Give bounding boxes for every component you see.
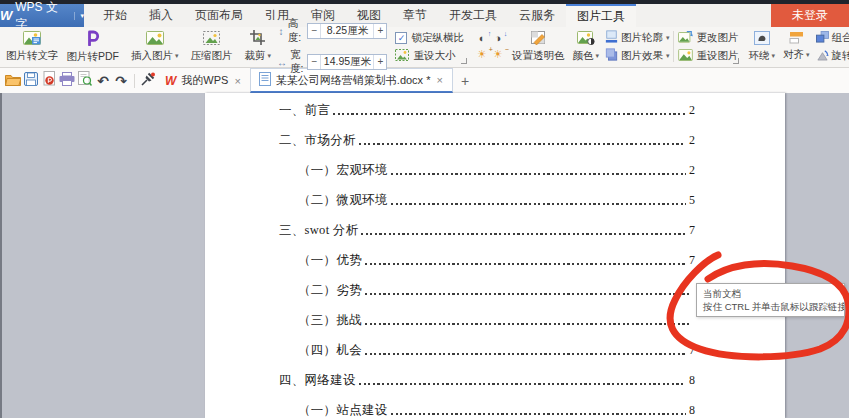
print-preview-button[interactable]: [76, 72, 94, 90]
dotted-leader: [391, 173, 686, 175]
reset-size-label: 重设大小: [413, 49, 455, 63]
export-pdf-button[interactable]: [40, 72, 58, 90]
toc-entry[interactable]: （四）机会7: [279, 335, 695, 365]
lock-aspect-checkbox[interactable]: ✓: [395, 32, 407, 44]
document-area: 一、前言2 二、市场分析2 （一）宏观环境2 （二）微观环境5 三、swot 分…: [0, 93, 849, 418]
tab-insert[interactable]: 插入: [138, 4, 184, 27]
brightness-up-icon[interactable]: ☀+: [477, 49, 487, 60]
chevron-down-icon: ▾: [175, 52, 179, 60]
lock-aspect-label: 锁定纵横比: [411, 31, 464, 45]
print-button[interactable]: [58, 72, 76, 90]
pic-to-text-button[interactable]: 图片转文字: [2, 29, 63, 64]
tab-picture-tools[interactable]: 图片工具: [566, 4, 636, 27]
width-decrement-button[interactable]: −: [308, 55, 321, 69]
dotted-leader: [359, 383, 686, 385]
contrast-down-icon[interactable]: ◑↓: [495, 33, 502, 44]
save-button[interactable]: [22, 72, 40, 90]
picture-effects-button[interactable]: 图片效果 ▾: [603, 48, 672, 64]
tab-page-layout[interactable]: 页面布局: [184, 4, 254, 27]
chevron-down-icon: ▾: [771, 52, 775, 60]
group-label: 组合: [832, 31, 849, 45]
tab-my-wps-label: 我的WPS: [181, 73, 228, 88]
folder-icon: [5, 72, 21, 90]
rotate-label: 旋转: [832, 49, 849, 63]
tooltip-line2: 按住 CTRL 并单击鼠标以跟踪链接: [703, 300, 838, 313]
rotate-button[interactable]: 旋转 ▾: [814, 48, 849, 64]
new-tab-button[interactable]: +: [453, 73, 477, 89]
wps-logo-icon: W: [0, 8, 11, 23]
arrange-group: 环绕▾ 对齐▾ 组合 ▾ 旋转 ▾ 选择窗格: [744, 29, 849, 64]
height-increment-button[interactable]: +: [373, 24, 386, 38]
wrap-text-button[interactable]: 环绕▾: [744, 29, 779, 64]
height-decrement-button[interactable]: −: [308, 24, 321, 38]
toc-entry[interactable]: 三、swot 分析7: [279, 215, 695, 245]
toc-entry[interactable]: （三）挑战: [279, 305, 695, 335]
close-icon[interactable]: ×: [233, 75, 241, 87]
reset-picture-button[interactable]: 重设图片: [676, 48, 740, 64]
reset-size-icon: [395, 49, 409, 63]
insert-picture-icon: [146, 31, 164, 47]
undo-icon: ↶: [97, 74, 109, 88]
customize-toolbar-button[interactable]: [139, 72, 157, 90]
chevron-down-icon: ▾: [595, 52, 599, 60]
width-value[interactable]: 14.95厘米: [321, 55, 373, 69]
open-file-button[interactable]: [4, 72, 22, 90]
toc-entry[interactable]: 一、前言2: [279, 95, 695, 125]
pin-icon: [141, 72, 155, 90]
pdf-icon: [43, 71, 56, 90]
width-stepper: − 14.95厘米 +: [307, 54, 387, 70]
login-button[interactable]: 未登录: [771, 4, 849, 27]
picture-effects-label: 图片效果: [621, 49, 663, 63]
width-increment-button[interactable]: +: [373, 55, 386, 69]
align-button[interactable]: 对齐▾: [779, 29, 814, 64]
lock-aspect-ratio-option[interactable]: ✓ 锁定纵横比: [395, 31, 464, 45]
undo-button[interactable]: ↶: [94, 72, 112, 90]
pic-to-pdf-button[interactable]: 图片转PDF: [63, 29, 124, 64]
tab-cloud[interactable]: 云服务: [508, 4, 566, 27]
close-icon[interactable]: ×: [435, 74, 443, 86]
dotted-leader: [333, 113, 686, 115]
toc-entry[interactable]: （一）宏观环境2: [279, 155, 695, 185]
pic-to-pdf-label: 图片转PDF: [67, 50, 120, 64]
dialog-launcher-icon[interactable]: [733, 58, 739, 64]
menu-bar: W WPS 文字 ▾ 开始 插入 页面布局 引用 审阅 视图 章节 开发工具 云…: [0, 4, 849, 27]
toc-entry[interactable]: （一）优势7: [279, 245, 695, 275]
chevron-down-icon: ▾: [806, 51, 810, 59]
chevron-down-icon[interactable]: ▾: [74, 12, 84, 20]
change-picture-button[interactable]: 更改图片: [676, 30, 740, 46]
width-icon: ↔: [277, 57, 287, 68]
tab-dev-tools[interactable]: 开发工具: [438, 4, 508, 27]
dotted-leader: [359, 143, 686, 145]
dialog-launcher-icon[interactable]: [461, 58, 467, 64]
height-value[interactable]: 8.25厘米: [321, 24, 373, 38]
chevron-down-icon: ▾: [666, 34, 670, 42]
contrast-up-icon[interactable]: ◐↑: [479, 33, 486, 44]
toc-entry[interactable]: （二）微观环境5: [279, 185, 695, 215]
divider: [134, 74, 135, 88]
dotted-leader: [391, 413, 686, 415]
group-button[interactable]: 组合 ▾: [814, 30, 849, 46]
toc-entry[interactable]: 二、市场分析2: [279, 125, 695, 155]
preview-icon: [78, 71, 92, 90]
compress-picture-icon: [203, 31, 220, 47]
redo-icon: ↷: [115, 74, 127, 88]
crop-button[interactable]: 裁剪▾: [241, 29, 276, 64]
picture-outline-button[interactable]: 图片轮廓 ▾: [603, 30, 672, 46]
wrap-text-label: 环绕: [748, 49, 769, 63]
document-page[interactable]: 一、前言2 二、市场分析2 （一）宏观环境2 （二）微观环境5 三、swot 分…: [205, 93, 785, 418]
brightness-down-icon[interactable]: ☀−: [493, 49, 503, 60]
toc-entry[interactable]: （一）站点建设8: [279, 395, 695, 418]
redo-button[interactable]: ↷: [112, 72, 130, 90]
reset-size-button[interactable]: 重设大小: [395, 49, 464, 63]
compress-picture-button[interactable]: 压缩图片: [187, 29, 237, 64]
tab-home[interactable]: 开始: [92, 4, 138, 27]
picture-effects-icon: [605, 48, 618, 63]
toc-entry[interactable]: 四、网络建设8: [279, 365, 695, 395]
tab-section[interactable]: 章节: [392, 4, 438, 27]
tab-my-wps[interactable]: W 我的WPS ×: [157, 68, 250, 93]
insert-picture-button[interactable]: 插入图片▾: [127, 29, 183, 64]
set-transparent-color-button[interactable]: 设置透明色: [508, 29, 569, 64]
color-button[interactable]: 颜色▾: [568, 29, 603, 64]
wps-menu-button[interactable]: W WPS 文字 ▾: [0, 4, 84, 27]
toc-entry[interactable]: （二）劣势: [279, 275, 695, 305]
